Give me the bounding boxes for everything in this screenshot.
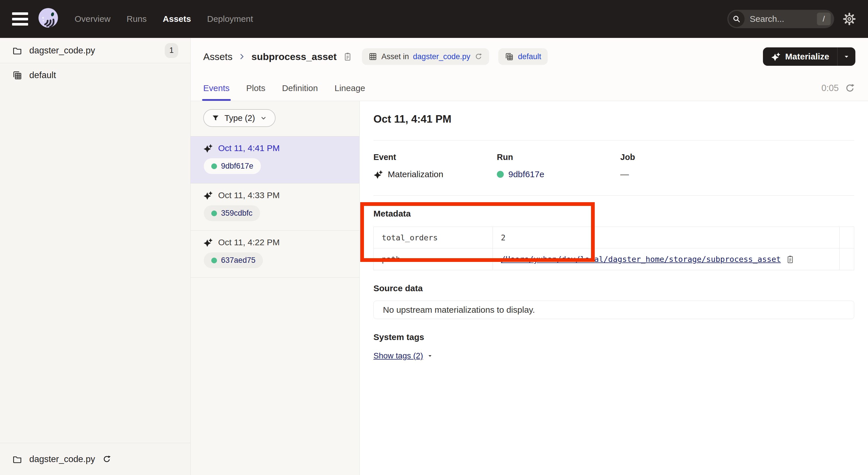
menu-icon[interactable] xyxy=(12,12,28,26)
reload-icon[interactable] xyxy=(474,52,483,61)
metadata-value: 2 xyxy=(493,227,840,248)
run-id-link[interactable]: 9dbf617e xyxy=(508,170,544,179)
page-title: subprocess_asset xyxy=(251,51,337,62)
show-tags-label: Show tags (2) xyxy=(373,351,423,360)
sidebar-item-code-location[interactable]: dagster_code.py 1 xyxy=(0,38,190,63)
metadata-heading: Metadata xyxy=(373,209,854,218)
asset-group-icon xyxy=(505,52,514,61)
metadata-key: total_orders xyxy=(374,227,493,248)
event-type-value: Materialization xyxy=(388,170,443,179)
job-value: — xyxy=(620,170,629,179)
event-detail-title: Oct 11, 4:41 PM xyxy=(373,113,854,125)
copy-path-icon[interactable] xyxy=(785,255,795,264)
reload-icon[interactable] xyxy=(102,454,112,464)
dagster-app: Overview Runs Assets Deployment / xyxy=(0,0,868,475)
folder-icon xyxy=(12,46,22,56)
event-date: Oct 11, 4:22 PM xyxy=(218,237,280,247)
source-data-heading: Source data xyxy=(373,284,854,293)
search-shortcut-key: / xyxy=(817,12,831,25)
tab-plots[interactable]: Plots xyxy=(246,75,266,101)
run-chip[interactable]: 637aed75 xyxy=(204,253,263,268)
materialize-label: Materialize xyxy=(785,52,829,61)
event-list-item[interactable]: Oct 11, 4:22 PM 637aed75 xyxy=(191,231,360,278)
code-location-link[interactable]: dagster_code.py xyxy=(413,52,470,61)
refresh-timer: 0:05 xyxy=(822,75,856,101)
run-status-dot xyxy=(211,164,217,169)
nav-link-overview[interactable]: Overview xyxy=(74,14,111,24)
event-date: Oct 11, 4:33 PM xyxy=(218,190,280,200)
tab-lineage[interactable]: Lineage xyxy=(335,75,365,101)
metadata-table: total_orders 2 path /Users/yuhan/dev/loc… xyxy=(373,227,854,270)
event-list-item[interactable]: Oct 11, 4:33 PM 359cdbfc xyxy=(191,183,360,231)
asset-location-prefix: Asset in xyxy=(381,52,409,61)
materialization-sparkle-icon xyxy=(203,190,213,200)
run-label: Run xyxy=(497,152,620,162)
tab-bar: Events Plots Definition Lineage 0:05 xyxy=(191,75,868,101)
run-id: 9dbf617e xyxy=(221,162,253,171)
job-column: Job — xyxy=(620,152,854,179)
metadata-spacer-cell xyxy=(840,227,854,248)
run-chip[interactable]: 9dbf617e xyxy=(204,158,261,174)
metadata-value: /Users/yuhan/dev/local/dagster_home/stor… xyxy=(493,248,840,270)
run-column: Run 9dbf617e xyxy=(497,152,620,179)
materialize-sparkle-icon xyxy=(771,52,781,61)
copy-asset-name-icon[interactable] xyxy=(342,51,353,62)
sidebar-item-default-group[interactable]: default xyxy=(0,63,190,87)
sidebar-footer-code-location[interactable]: dagster_code.py xyxy=(0,443,190,475)
search-icon xyxy=(728,11,745,27)
event-label: Event xyxy=(373,152,497,162)
event-column: Event Materialization xyxy=(373,152,497,179)
gear-icon[interactable] xyxy=(843,12,856,26)
filter-funnel-icon xyxy=(211,114,220,122)
materialization-sparkle-icon xyxy=(203,143,213,153)
type-filter-label: Type (2) xyxy=(224,113,255,123)
run-status-dot xyxy=(497,171,504,178)
nav-link-assets[interactable]: Assets xyxy=(163,14,191,24)
job-label: Job xyxy=(620,152,854,162)
metadata-spacer-cell xyxy=(840,248,854,270)
run-id: 359cdbfc xyxy=(221,209,253,218)
type-filter-button[interactable]: Type (2) xyxy=(203,109,276,127)
nav-link-runs[interactable]: Runs xyxy=(127,14,147,24)
show-tags-toggle[interactable]: Show tags (2) xyxy=(373,351,433,360)
run-chip[interactable]: 359cdbfc xyxy=(204,205,260,221)
search-input[interactable] xyxy=(749,14,812,24)
search-box[interactable]: / xyxy=(727,10,834,28)
path-link[interactable]: /Users/yuhan/dev/local/dagster_home/stor… xyxy=(501,255,781,264)
run-status-dot xyxy=(211,210,217,216)
grid-icon xyxy=(368,52,377,61)
folder-icon xyxy=(12,454,22,464)
asset-count-badge: 1 xyxy=(165,43,178,58)
run-id: 637aed75 xyxy=(221,256,255,265)
metadata-key: path xyxy=(374,248,493,270)
chevron-down-icon xyxy=(259,114,268,122)
sidebar-footer-label: dagster_code.py xyxy=(29,454,95,464)
system-tags-heading: System tags xyxy=(373,332,854,342)
filter-bar: Type (2) xyxy=(191,101,360,137)
sidebar-item-label: default xyxy=(29,70,56,81)
event-list-item[interactable]: Oct 11, 4:41 PM 9dbf617e xyxy=(191,137,360,183)
source-data-empty-state: No upstream materializations to display. xyxy=(373,301,854,319)
materialize-dropdown-button[interactable] xyxy=(838,48,856,66)
refresh-icon[interactable] xyxy=(844,83,856,94)
materialize-button[interactable]: Materialize xyxy=(763,48,838,66)
event-detail-panel: Oct 11, 4:41 PM Event Materialization xyxy=(360,101,868,475)
nav-link-deployment[interactable]: Deployment xyxy=(207,14,253,24)
materialization-sparkle-icon xyxy=(203,237,213,247)
chevron-right-icon xyxy=(238,52,246,61)
caret-down-icon xyxy=(427,352,433,359)
materialization-sparkle-icon xyxy=(373,170,383,179)
materialize-split-button: Materialize xyxy=(763,48,856,66)
dagster-logo-icon[interactable] xyxy=(37,7,61,31)
top-nav: Overview Runs Assets Deployment / xyxy=(0,0,868,38)
event-date: Oct 11, 4:41 PM xyxy=(218,143,280,153)
asset-location-badge: Asset in dagster_code.py xyxy=(362,48,489,65)
page-header: Assets subprocess_asset Asset xyxy=(191,38,868,75)
asset-group-badge: default xyxy=(498,48,547,65)
breadcrumb-assets-link[interactable]: Assets xyxy=(203,51,232,62)
nav-links: Overview Runs Assets Deployment xyxy=(74,14,253,24)
asset-group-link[interactable]: default xyxy=(518,52,541,61)
tab-definition[interactable]: Definition xyxy=(282,75,318,101)
sidebar: dagster_code.py 1 default dagster_code.p xyxy=(0,38,191,475)
tab-events[interactable]: Events xyxy=(203,75,229,101)
